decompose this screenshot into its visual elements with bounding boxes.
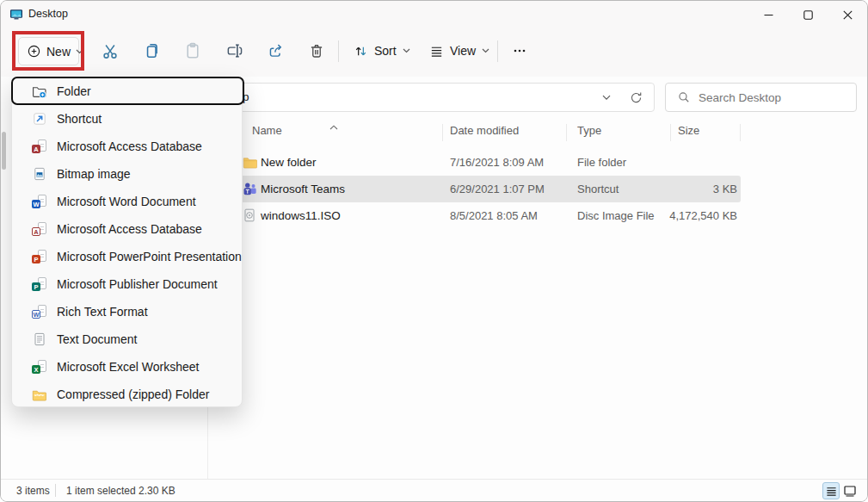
- see-more-button[interactable]: [502, 35, 537, 66]
- file-date: 7/16/2021 8:09 AM: [450, 149, 544, 176]
- publisher-icon: P: [32, 277, 46, 291]
- table-row-microsoft-teams[interactable]: Microsoft Teams6/29/2021 1:07 PMShortcut…: [240, 176, 741, 202]
- paste-icon: [184, 42, 201, 59]
- menu-item-label: Folder: [57, 84, 91, 98]
- file-date: 8/5/2021 8:05 AM: [450, 202, 538, 229]
- menu-item-label: Text Document: [57, 332, 137, 346]
- menu-item-label: Microsoft Publisher Document: [57, 277, 218, 291]
- menu-item-label: Bitmap image: [57, 167, 131, 181]
- rename-icon: [225, 42, 243, 59]
- sort-button[interactable]: Sort: [347, 35, 417, 66]
- details-view-button[interactable]: [822, 482, 840, 499]
- sort-arrows-icon: [354, 44, 368, 59]
- chevron-down-icon: [482, 48, 489, 53]
- share-button[interactable]: [258, 35, 292, 66]
- menu-item-microsoft-excel-worksheet[interactable]: XMicrosoft Excel Worksheet: [12, 353, 242, 381]
- refresh-icon: [630, 91, 643, 104]
- address-dropdown-button[interactable]: [595, 87, 618, 108]
- desktop-app-icon: [9, 8, 23, 22]
- menu-item-microsoft-word-document[interactable]: WMicrosoft Word Document: [12, 188, 242, 215]
- menu-item-label: Rich Text Format: [57, 305, 148, 319]
- rename-button[interactable]: [217, 35, 251, 66]
- view-lines-icon: [429, 44, 444, 59]
- large-icons-view-icon: [844, 486, 856, 497]
- column-separator: [442, 124, 443, 141]
- chevron-down-icon: [76, 49, 83, 54]
- access-icon: A: [32, 139, 46, 153]
- cut-button[interactable]: [93, 35, 127, 66]
- selection-count: 1 item selected: [66, 485, 136, 497]
- new-button[interactable]: New: [18, 37, 79, 65]
- menu-item-microsoft-publisher-document[interactable]: PMicrosoft Publisher Document: [12, 270, 242, 298]
- refresh-button[interactable]: [625, 87, 647, 108]
- navigation-scrollbar-thumb[interactable]: [2, 132, 6, 170]
- minimize-button[interactable]: [748, 1, 788, 28]
- menu-item-rich-text-format[interactable]: WRich Text Format: [12, 298, 242, 325]
- teams-icon: [243, 182, 257, 196]
- file-name: New folder: [261, 149, 317, 176]
- column-header-type[interactable]: Type: [577, 124, 601, 137]
- view-button[interactable]: View: [422, 35, 496, 66]
- file-size: 4,172,540 KB: [629, 202, 737, 229]
- column-separator: [670, 124, 671, 141]
- file-type: Shortcut: [577, 176, 619, 202]
- column-separator: [740, 124, 741, 141]
- delete-button[interactable]: [299, 35, 334, 66]
- column-separator: [566, 124, 567, 141]
- powerpoint-icon: P: [32, 250, 46, 263]
- close-button[interactable]: [828, 1, 867, 28]
- chevron-down-icon: [403, 48, 410, 53]
- file-date: 6/29/2021 1:07 PM: [450, 176, 545, 202]
- text-doc-icon: [32, 332, 46, 346]
- scissors-icon: [102, 42, 119, 59]
- column-header-size[interactable]: Size: [678, 124, 699, 137]
- window-title: Desktop: [28, 8, 68, 20]
- items-count: 3 items: [16, 485, 50, 497]
- maximize-button[interactable]: [788, 1, 828, 28]
- large-icons-view-button[interactable]: [841, 482, 859, 499]
- bitmap-icon: [32, 167, 46, 181]
- access-alt-icon: A: [32, 222, 46, 236]
- new-button-label: New: [46, 45, 71, 59]
- menu-item-label: Shortcut: [57, 112, 102, 126]
- menu-item-folder[interactable]: Folder: [12, 77, 242, 105]
- menu-item-microsoft-powerpoint-presentation[interactable]: PMicrosoft PowerPoint Presentation: [12, 243, 242, 270]
- chevron-down-icon: [602, 95, 611, 101]
- sort-ascending-icon: [329, 120, 338, 133]
- menu-item-bitmap-image[interactable]: Bitmap image: [12, 160, 242, 188]
- selection-size: 2.30 KB: [139, 485, 175, 497]
- menu-item-microsoft-access-database[interactable]: AMicrosoft Access Database: [12, 133, 242, 160]
- copy-button[interactable]: [134, 35, 169, 66]
- trash-icon: [308, 42, 325, 59]
- ellipsis-icon: [512, 43, 527, 59]
- new-folder-icon: [32, 84, 46, 98]
- new-menu: FolderShortcutAMicrosoft Access Database…: [11, 77, 243, 407]
- plus-circle-icon: [27, 44, 41, 59]
- status-bar: 3 items 1 item selected 2.30 KB: [1, 479, 867, 501]
- menu-item-compressed-zipped-folder[interactable]: Compressed (zipped) Folder: [12, 381, 242, 407]
- search-input[interactable]: [699, 91, 856, 104]
- menu-item-label: Microsoft Access Database: [57, 222, 202, 236]
- toolbar-divider: [338, 40, 339, 62]
- menu-item-label: Compressed (zipped) Folder: [57, 387, 209, 401]
- column-header-name[interactable]: Name: [252, 124, 282, 137]
- copy-icon: [143, 42, 160, 59]
- menu-item-text-document[interactable]: Text Document: [12, 325, 242, 353]
- sort-button-label: Sort: [374, 44, 397, 58]
- search-box[interactable]: [665, 83, 857, 112]
- column-header-date-modified[interactable]: Date modified: [450, 124, 519, 137]
- menu-item-shortcut[interactable]: Shortcut: [12, 105, 242, 133]
- disc-icon: [243, 208, 257, 223]
- menu-item-microsoft-access-database-2[interactable]: AMicrosoft Access Database: [12, 215, 242, 243]
- paste-button[interactable]: [175, 35, 210, 66]
- file-rows: New folder7/16/2021 8:09 AMFile folderMi…: [240, 149, 741, 229]
- search-icon: [678, 91, 690, 103]
- shortcut-icon: [32, 112, 46, 126]
- view-button-label: View: [450, 44, 476, 58]
- menu-item-label: Microsoft PowerPoint Presentation: [57, 250, 242, 263]
- titlebar: Desktop: [1, 1, 867, 28]
- details-view-icon: [826, 486, 837, 497]
- table-row-new-folder[interactable]: New folder7/16/2021 8:09 AMFile folder: [240, 149, 741, 176]
- table-row-windows11-iso[interactable]: windows11.ISO8/5/2021 8:05 AMDisc Image …: [240, 202, 741, 229]
- file-name: Microsoft Teams: [261, 176, 345, 202]
